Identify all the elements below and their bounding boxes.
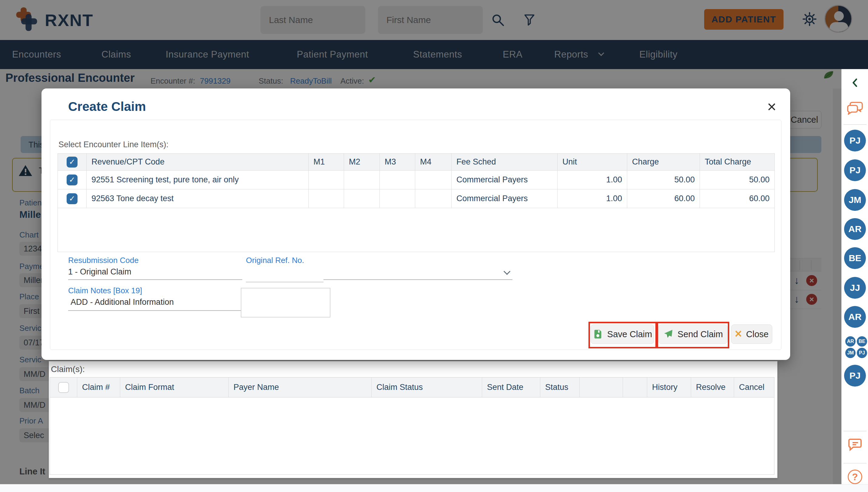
- header-revenue-cpt[interactable]: Revenue/CPT Code: [86, 154, 309, 170]
- resubmission-code-label: Resubmission Code: [68, 256, 139, 265]
- app-root: RXNT ADD PATIENT Encounters Claims Insur…: [0, 0, 868, 492]
- cell-m4[interactable]: [415, 189, 452, 208]
- resubmission-code-select[interactable]: 1 - Original Claim: [68, 267, 242, 280]
- original-ref-no-label: Original Ref. No.: [246, 256, 304, 265]
- claim-notes-textarea[interactable]: [241, 288, 330, 318]
- claims-table: Claim # Claim Format Payer Name Claim St…: [50, 377, 774, 475]
- cell-m1[interactable]: [309, 189, 344, 208]
- header-m1[interactable]: M1: [309, 154, 344, 170]
- cell-cpt-code: 92551 Screening test, pure tone, air onl…: [86, 171, 309, 189]
- header-m2[interactable]: M2: [344, 154, 380, 170]
- line-item-row[interactable]: ✓ 92551 Screening test, pure tone, air o…: [58, 171, 774, 189]
- cell-m2[interactable]: [344, 171, 380, 189]
- header-charge[interactable]: Charge: [627, 154, 700, 170]
- contact-avatar[interactable]: JM: [844, 189, 866, 211]
- claims-header-resolve[interactable]: Resolve: [691, 377, 734, 397]
- claims-header-claim-number[interactable]: Claim #: [77, 377, 120, 397]
- claim-notes-label: Claim Notes [Box 19]: [68, 286, 142, 295]
- cell-m4[interactable]: [415, 171, 452, 189]
- cell-unit: 1.00: [558, 189, 627, 208]
- create-claim-modal: Create Claim × Select Encounter Line Ite…: [42, 89, 790, 360]
- claims-select-all-cell: [50, 377, 77, 397]
- contact-avatar[interactable]: BE: [844, 247, 866, 269]
- cell-total-charge: 60.00: [700, 189, 774, 208]
- line-item-checkbox[interactable]: ✓: [67, 174, 78, 186]
- contact-avatar-small[interactable]: JM: [845, 348, 856, 358]
- cell-unit: 1.00: [558, 171, 627, 189]
- payer-select[interactable]: [324, 267, 512, 280]
- claims-header-status[interactable]: Status: [540, 377, 580, 397]
- close-button[interactable]: × Close: [731, 324, 772, 344]
- cell-m2[interactable]: [344, 189, 380, 208]
- close-label: Close: [746, 329, 769, 339]
- modal-title: Create Claim: [68, 99, 146, 114]
- header-fee-sched[interactable]: Fee Sched: [452, 154, 558, 170]
- claims-header-cancel[interactable]: Cancel: [734, 377, 775, 397]
- line-items-header-row: ✓ Revenue/CPT Code M1 M2 M3 M4 Fee Sched…: [58, 154, 774, 171]
- cell-charge: 50.00: [627, 171, 700, 189]
- line-items-empty-area: [58, 208, 774, 252]
- footer-strip: [0, 484, 868, 492]
- line-item-checkbox[interactable]: ✓: [67, 193, 78, 204]
- cell-cpt-code: 92563 Tone decay test: [86, 189, 309, 208]
- line-item-row[interactable]: ✓ 92563 Tone decay test Commercial Payer…: [58, 189, 774, 208]
- claims-select-all-checkbox[interactable]: [58, 382, 69, 393]
- cell-fee-sched: Commercial Payers: [452, 189, 558, 208]
- claims-header-empty: [580, 377, 623, 397]
- claims-header-payer-name[interactable]: Payer Name: [229, 377, 372, 397]
- select-all-checkbox[interactable]: ✓: [67, 157, 78, 168]
- header-m3[interactable]: M3: [380, 154, 415, 170]
- claims-header-sent-date[interactable]: Sent Date: [482, 377, 540, 397]
- claims-table-empty-body: [50, 397, 774, 474]
- contact-avatar[interactable]: AR: [844, 306, 866, 328]
- cell-m1[interactable]: [309, 171, 344, 189]
- contact-avatar[interactable]: AR: [844, 218, 866, 240]
- claims-header-claim-status[interactable]: Claim Status: [372, 377, 482, 397]
- claim-notes-select[interactable]: ADD - Additional Information: [68, 297, 242, 311]
- annotation-save-highlight: [588, 322, 657, 348]
- claims-table-header: Claim # Claim Format Payer Name Claim St…: [50, 377, 774, 397]
- modal-close-icon[interactable]: ×: [767, 99, 776, 115]
- cell-charge: 60.00: [627, 189, 700, 208]
- contact-avatar[interactable]: PJ: [844, 159, 866, 181]
- close-x-icon: ×: [735, 327, 742, 340]
- claims-header-empty: [623, 377, 647, 397]
- contact-avatar[interactable]: PJ: [844, 365, 866, 387]
- cell-m3[interactable]: [380, 171, 415, 189]
- select-line-items-label: Select Encounter Line Item(s):: [58, 140, 169, 149]
- header-total-charge[interactable]: Total Charge: [700, 154, 774, 170]
- annotation-send-highlight: [657, 322, 729, 348]
- messages-icon[interactable]: [846, 101, 864, 117]
- select-chevron-down-icon: [504, 268, 511, 275]
- line-items-table: ✓ Revenue/CPT Code M1 M2 M3 M4 Fee Sched…: [57, 153, 775, 252]
- right-sidebar: PJ PJ JM AR BE JJ AR AR BE JM PJ PJ ?: [841, 69, 868, 492]
- contact-avatar[interactable]: PJ: [844, 130, 866, 151]
- claims-header-history[interactable]: History: [647, 377, 691, 397]
- cell-total-charge: 50.00: [700, 171, 774, 189]
- claims-header-claim-format[interactable]: Claim Format: [120, 377, 229, 397]
- help-icon[interactable]: ?: [848, 470, 862, 484]
- collapse-chevron-left-icon[interactable]: [851, 78, 859, 89]
- contact-avatar-small[interactable]: AR: [845, 336, 856, 347]
- header-unit[interactable]: Unit: [558, 154, 627, 170]
- claims-section-label: Claim(s):: [51, 365, 85, 374]
- cell-m3[interactable]: [380, 189, 415, 208]
- feedback-chat-icon[interactable]: [848, 438, 862, 453]
- contact-avatar[interactable]: JJ: [844, 277, 866, 299]
- contact-avatar-small[interactable]: BE: [857, 336, 867, 347]
- contact-avatar-small[interactable]: PJ: [857, 348, 867, 358]
- cell-fee-sched: Commercial Payers: [452, 171, 558, 189]
- original-ref-no-input[interactable]: [246, 270, 324, 282]
- claims-panel: Claim(s): Claim # Claim Format Payer Nam…: [49, 361, 777, 478]
- header-m4[interactable]: M4: [415, 154, 452, 170]
